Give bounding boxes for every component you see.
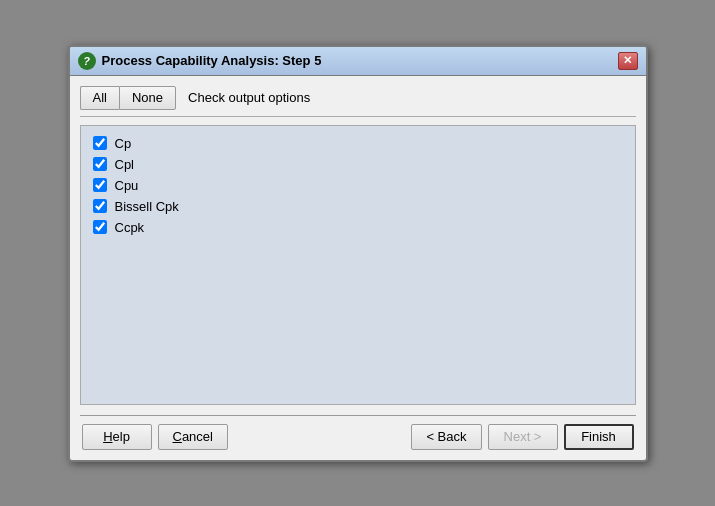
footer-right: < Back Next > Finish bbox=[411, 424, 633, 450]
section-label: Check output options bbox=[176, 90, 310, 105]
window-body: All None Check output options Cp Cpl Cpu… bbox=[70, 76, 646, 460]
footer-left: Help Cancel bbox=[82, 424, 228, 450]
checkbox-item-cpu: Cpu bbox=[93, 178, 623, 193]
back-button[interactable]: < Back bbox=[411, 424, 481, 450]
all-button[interactable]: All bbox=[80, 86, 119, 110]
cancel-button[interactable]: Cancel bbox=[158, 424, 228, 450]
next-button[interactable]: Next > bbox=[488, 424, 558, 450]
checkbox-ccpk[interactable] bbox=[93, 220, 107, 234]
checkbox-cpl[interactable] bbox=[93, 157, 107, 171]
checkbox-cpu[interactable] bbox=[93, 178, 107, 192]
close-button[interactable]: ✕ bbox=[618, 52, 638, 70]
none-button[interactable]: None bbox=[119, 86, 176, 110]
checkbox-cp[interactable] bbox=[93, 136, 107, 150]
footer: Help Cancel < Back Next > Finish bbox=[80, 424, 636, 450]
footer-divider bbox=[80, 415, 636, 416]
label-bissell: Bissell Cpk bbox=[115, 199, 179, 214]
checkbox-item-ccpk: Ccpk bbox=[93, 220, 623, 235]
label-cp: Cp bbox=[115, 136, 132, 151]
main-window: ? Process Capability Analysis: Step 5 ✕ … bbox=[68, 45, 648, 462]
checkbox-item-cpl: Cpl bbox=[93, 157, 623, 172]
label-ccpk: Ccpk bbox=[115, 220, 145, 235]
window-icon: ? bbox=[78, 52, 96, 70]
checkbox-bissell[interactable] bbox=[93, 199, 107, 213]
label-cpu: Cpu bbox=[115, 178, 139, 193]
checkbox-item-bissell: Bissell Cpk bbox=[93, 199, 623, 214]
window-title: Process Capability Analysis: Step 5 bbox=[102, 53, 322, 68]
label-cpl: Cpl bbox=[115, 157, 135, 172]
checkbox-item-cp: Cp bbox=[93, 136, 623, 151]
help-button[interactable]: Help bbox=[82, 424, 152, 450]
title-bar-left: ? Process Capability Analysis: Step 5 bbox=[78, 52, 322, 70]
content-area: Cp Cpl Cpu Bissell Cpk Ccpk bbox=[80, 125, 636, 405]
title-bar: ? Process Capability Analysis: Step 5 ✕ bbox=[70, 47, 646, 76]
finish-button[interactable]: Finish bbox=[564, 424, 634, 450]
toolbar: All None Check output options bbox=[80, 86, 636, 117]
